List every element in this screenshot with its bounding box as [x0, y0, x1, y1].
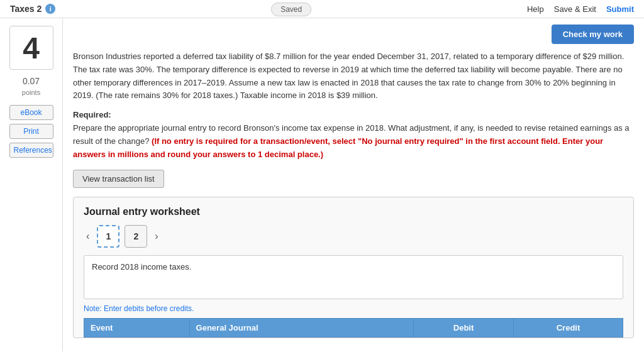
- red-instruction: (If no entry is required for a transacti…: [73, 136, 603, 159]
- content-area: Check my work Bronson Industries reporte…: [63, 18, 644, 351]
- tab-1-button[interactable]: 1: [97, 225, 119, 248]
- tab-prev-button[interactable]: ‹: [84, 229, 92, 243]
- check-my-work-button[interactable]: Check my work: [552, 25, 634, 44]
- required-label: Required:: [73, 110, 111, 119]
- view-transaction-list-button[interactable]: View transaction list: [73, 170, 164, 188]
- app-title: Taxes 2: [10, 4, 42, 14]
- record-description-text: Record 2018 income taxes.: [92, 262, 191, 272]
- nav-right: Help Save & Exit Submit: [527, 4, 634, 14]
- note-row: Note: Enter debits before credits.: [84, 304, 623, 313]
- points-value: 0.07: [23, 76, 40, 86]
- save-exit-button[interactable]: Save & Exit: [554, 4, 596, 14]
- tab-next-button[interactable]: ›: [152, 229, 160, 243]
- note-debits: debits: [124, 304, 144, 313]
- points-label: points: [22, 89, 40, 96]
- top-nav: Taxes 2 i Saved Help Save & Exit Submit: [0, 0, 644, 18]
- col-debit: Debit: [414, 319, 514, 338]
- ebook-button[interactable]: eBook: [9, 105, 53, 120]
- tab-2-button[interactable]: 2: [125, 225, 147, 248]
- entry-table: Event General Journal Debit Credit: [84, 318, 623, 338]
- question-number-box: 4: [9, 26, 53, 70]
- sidebar: 4 0.07 points eBook Print References: [0, 18, 63, 351]
- required-section: Required: Prepare the appropriate journa…: [73, 109, 634, 161]
- help-link[interactable]: Help: [527, 4, 544, 14]
- nav-left: Taxes 2 i: [10, 4, 55, 14]
- problem-body: Bronson Industries reported a deferred t…: [73, 50, 634, 102]
- note-suffix: before credits.: [144, 304, 194, 313]
- main-container: 4 0.07 points eBook Print References Che…: [0, 18, 644, 351]
- submit-button[interactable]: Submit: [606, 4, 634, 14]
- check-btn-row: Check my work: [73, 25, 634, 44]
- question-number: 4: [23, 31, 40, 65]
- worksheet-container: Journal entry worksheet ‹ 1 2 › Record 2…: [73, 197, 634, 338]
- tabs-row: ‹ 1 2 ›: [84, 225, 623, 248]
- note-prefix: Note: Enter: [84, 304, 124, 313]
- print-button[interactable]: Print: [9, 124, 53, 139]
- col-credit: Credit: [513, 319, 623, 338]
- nav-center: Saved: [271, 4, 311, 14]
- col-event: Event: [84, 319, 190, 338]
- worksheet-title: Journal entry worksheet: [84, 206, 623, 217]
- saved-status: Saved: [271, 3, 311, 16]
- references-button[interactable]: References: [9, 143, 53, 158]
- col-general-journal: General Journal: [189, 319, 413, 338]
- info-icon[interactable]: i: [45, 4, 55, 14]
- record-description-box: Record 2018 income taxes.: [84, 255, 623, 299]
